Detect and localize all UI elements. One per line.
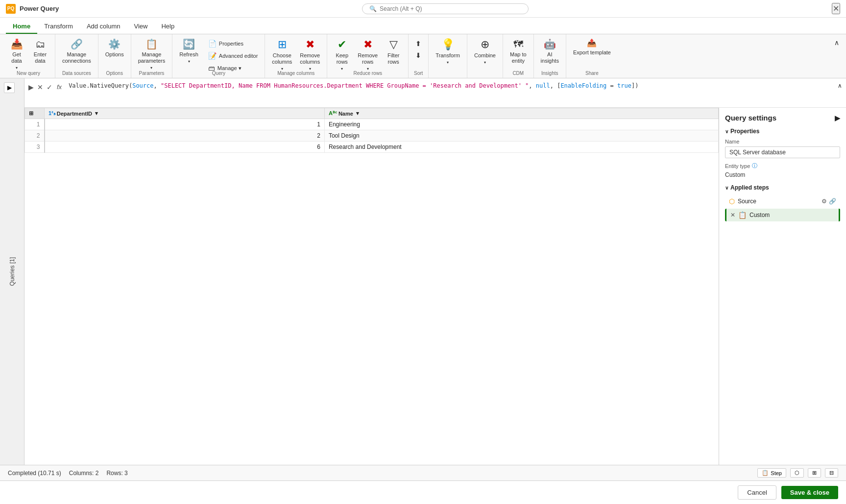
title-bar-left: PQ Power Query xyxy=(6,4,59,14)
ribbon-group-label-insights: Insights xyxy=(534,71,566,76)
cancel-button[interactable]: Cancel xyxy=(738,485,776,500)
map-to-entity-button[interactable]: 🗺 Map toentity xyxy=(507,37,530,72)
ribbon-group-label-manage-columns: Manage columns xyxy=(265,71,327,76)
ribbon-group-query: 🔄 Refresh ▾ 📄 Properties 📝 Advanced edit… xyxy=(172,34,265,78)
type-icon-dept-id: 1²₃ xyxy=(48,110,55,117)
close-button[interactable]: ✕ xyxy=(832,3,840,14)
manage-connections-icon: 🔗 xyxy=(71,39,83,49)
enter-data-button[interactable]: 🗂 Enterdata xyxy=(29,37,51,72)
status-text: Completed (10.71 s) xyxy=(8,470,61,477)
tab-home[interactable]: Home xyxy=(6,20,37,34)
formula-expand-button[interactable]: ▶ xyxy=(27,82,35,92)
column-header-dept-id[interactable]: 1²₃ DepartmentID ▾ xyxy=(45,108,325,119)
ribbon-group-label-options: Options xyxy=(98,71,131,76)
sort-desc-button[interactable]: ⬇ xyxy=(412,50,424,61)
applied-steps-section: ∨ Applied steps ⬡ Source ⚙ 🔗 xyxy=(725,184,840,222)
table-view-button[interactable]: ⊞ xyxy=(808,468,821,478)
ribbon-group-share: 📤 Export template Share xyxy=(566,34,618,78)
search-bar[interactable]: 🔍 xyxy=(362,3,529,14)
schema-view-button[interactable]: ⊟ xyxy=(825,468,838,478)
advanced-editor-button[interactable]: 📝 Advanced editor xyxy=(205,50,261,61)
tab-help[interactable]: Help xyxy=(154,20,181,34)
step-view-button[interactable]: 📋 Step xyxy=(757,468,786,478)
formula-area: ▶ ✕ ✓ fx Value.NativeQuery(Source, "SELE… xyxy=(24,78,846,465)
properties-button[interactable]: 📄 Properties xyxy=(205,38,261,49)
formula-accept-button[interactable]: ✓ xyxy=(46,82,53,92)
app-title: Power Query xyxy=(20,5,59,12)
query-settings-panel: Query settings ▶ ∨ Properties Name Entit… xyxy=(719,108,846,465)
tab-view[interactable]: View xyxy=(127,20,155,34)
step-source-settings-button[interactable]: ⚙ xyxy=(822,198,827,205)
sort-asc-button[interactable]: ⬆ xyxy=(412,38,424,49)
step-source[interactable]: ⬡ Source ⚙ 🔗 xyxy=(725,195,840,208)
ribbon-group-new-query: 📥 Getdata ▾ 🗂 Enterdata New query xyxy=(2,34,55,78)
ai-insights-button[interactable]: 🤖 AIinsights xyxy=(538,37,562,72)
queries-label[interactable]: Queries [1] xyxy=(9,257,16,286)
row-number: 1 xyxy=(25,119,45,130)
collapse-ribbon-button[interactable]: ∧ xyxy=(831,37,842,48)
tab-transform[interactable]: Transform xyxy=(37,20,80,34)
export-template-icon: 📤 xyxy=(587,39,597,47)
ribbon-group-label-reduce-rows: Reduce rows xyxy=(327,71,408,76)
formula-cancel-button[interactable]: ✕ xyxy=(36,82,44,92)
remove-columns-button[interactable]: ✖ Removecolumns ▾ xyxy=(297,37,323,72)
column-label-name: Name xyxy=(338,111,353,117)
row-number: 2 xyxy=(25,130,45,142)
ai-insights-icon: 🤖 xyxy=(544,39,556,49)
refresh-button[interactable]: 🔄 Refresh ▾ xyxy=(176,37,201,72)
export-template-button[interactable]: 📤 Export template xyxy=(570,37,614,72)
keep-rows-icon: ✔ xyxy=(338,39,346,50)
step-view-icon: 📋 xyxy=(762,470,769,476)
ribbon-group-transform: 💡 Transform ▾ xyxy=(429,34,467,78)
transform-icon: 💡 xyxy=(441,39,455,50)
data-table: ⊞ 1²₃ DepartmentID ▾ xyxy=(24,108,719,153)
advanced-editor-icon: 📝 xyxy=(208,52,217,60)
options-button[interactable]: ⚙️ Options xyxy=(102,37,127,72)
ribbon-group-label-share: Share xyxy=(566,71,618,76)
tab-add-column[interactable]: Add column xyxy=(80,20,127,34)
get-data-button[interactable]: 📥 Getdata ▾ xyxy=(6,37,27,72)
manage-connections-button[interactable]: 🔗 Manageconnections xyxy=(59,37,94,72)
column-header-name[interactable]: Aᴮᶜ Name ▾ xyxy=(324,108,718,119)
ribbon-group-options: ⚙️ Options Options xyxy=(98,34,131,78)
expand-queries-button[interactable]: ▶ xyxy=(4,82,15,93)
status-left: Completed (10.71 s) Columns: 2 Rows: 3 xyxy=(8,470,128,477)
step-custom-x[interactable]: ✕ xyxy=(730,212,735,218)
choose-columns-button[interactable]: ⊞ Choosecolumns ▾ xyxy=(269,37,295,72)
options-icon: ⚙️ xyxy=(108,39,121,49)
table-row[interactable]: 1 1 Engineering xyxy=(25,119,719,130)
table-row[interactable]: 2 2 Tool Design xyxy=(25,130,719,142)
filter-rows-button[interactable]: ▽ Filterrows xyxy=(383,37,404,72)
entity-type-value: Custom xyxy=(725,171,840,178)
column-caret-dept-id[interactable]: ▾ xyxy=(95,110,98,117)
ribbon-group-label-data-sources: Data sources xyxy=(55,71,98,76)
remove-rows-button[interactable]: ✖ Removerows ▾ xyxy=(355,37,381,72)
ribbon-group-label-sort: Sort xyxy=(409,71,428,76)
combine-button[interactable]: ⊕ Combine ▾ xyxy=(471,37,499,72)
search-input[interactable] xyxy=(380,5,521,12)
formula-fx-icon: fx xyxy=(55,82,64,92)
menu-tabs: Home Transform Add column View Help xyxy=(0,18,846,34)
ribbon-group-combine: ⊕ Combine ▾ xyxy=(467,34,503,78)
step-source-delete-button[interactable]: 🔗 xyxy=(829,198,836,205)
step-custom[interactable]: ✕ 📋 Custom xyxy=(725,209,840,221)
keep-rows-button[interactable]: ✔ Keeprows ▾ xyxy=(331,37,353,72)
cell-name: Tool Design xyxy=(324,130,718,142)
column-caret-name[interactable]: ▾ xyxy=(356,110,359,117)
title-bar: PQ Power Query 🔍 ✕ xyxy=(0,0,846,18)
ribbon-group-label-query: Query xyxy=(172,71,265,76)
properties-section: ∨ Properties Name Entity type ⓘ Custom xyxy=(725,128,840,178)
save-close-button[interactable]: Save & close xyxy=(781,486,838,499)
table-row[interactable]: 3 6 Research and Development xyxy=(25,142,719,153)
columns-count: Columns: 2 xyxy=(69,470,99,477)
applied-steps-header[interactable]: ∨ Applied steps xyxy=(725,184,840,191)
ribbon-group-data-sources: 🔗 Manageconnections Data sources xyxy=(55,34,98,78)
settings-expand-icon[interactable]: ▶ xyxy=(835,114,840,122)
manage-parameters-button[interactable]: 📋 Manageparameters ▾ xyxy=(135,37,169,72)
transform-button[interactable]: 💡 Transform ▾ xyxy=(433,37,463,72)
diagram-view-button[interactable]: ⬡ xyxy=(790,468,804,478)
properties-section-header[interactable]: ∨ Properties xyxy=(725,128,840,135)
step-source-icon: ⬡ xyxy=(729,197,735,205)
formula-bar-collapse[interactable]: ∧ xyxy=(834,78,846,107)
name-input[interactable] xyxy=(725,146,840,158)
